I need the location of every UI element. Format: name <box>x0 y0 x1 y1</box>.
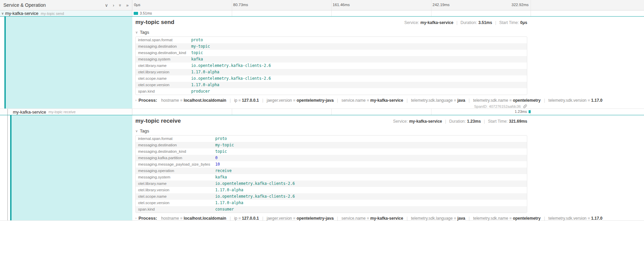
tag-key: otel.scope.version <box>136 82 189 88</box>
gridline <box>331 109 332 115</box>
process-key: hostname <box>161 98 183 103</box>
span-row: my-kafka-service my-topic receive 1.23ms <box>0 109 644 115</box>
collapse-one-icon[interactable]: ∨ <box>105 3 108 7</box>
span-id-row: SpanID: 407276152aafdc36 <box>135 104 527 108</box>
timeline-header: Service & Operation ∨ › » » 0μs 80.73ms … <box>0 0 644 10</box>
process-key: telemetry.sdk.language <box>411 98 458 103</box>
process-item: telemetry.sdk.nameopentelemetry <box>465 216 541 221</box>
tag-row: messaging.destination_kindtopic <box>136 50 527 56</box>
service-label: Service: <box>404 20 419 25</box>
process-item: service.namemy-kafka-service <box>334 216 403 221</box>
gridline <box>232 109 232 115</box>
detail-content: my-topic receive Service:my-kafka-servic… <box>132 115 644 220</box>
span-name-cell-receive[interactable]: my-kafka-service my-topic receive <box>0 109 132 115</box>
process-item: ip127.0.0.1 <box>226 216 259 221</box>
span-timeline-cell: 3.51ms <box>132 10 644 16</box>
span-bar-receive[interactable] <box>529 110 531 113</box>
span-duration-label: 3.51ms <box>140 11 152 15</box>
tag-row: internal.span.formatproto <box>136 136 527 142</box>
process-item: ip127.0.0.1 <box>226 98 259 103</box>
process-accordion-header[interactable]: › Process: hostnamelocalhost.localdomain… <box>135 215 527 221</box>
tag-value: io.opentelemetry.kafka-clients-2.6 <box>213 180 527 187</box>
process-item: telemetry.sdk.nameopentelemetry <box>465 98 541 103</box>
start-time-value: 0μs <box>520 20 527 25</box>
gridline <box>531 10 531 16</box>
process-item: hostnamelocalhost.localdomain <box>161 98 226 103</box>
process-value: opentelemetry-java <box>296 98 333 103</box>
process-item: telemetry.sdk.version1.17.0 <box>540 98 602 103</box>
duration-label: Duration: <box>461 20 477 25</box>
service-value: my-kafka-service <box>420 20 453 25</box>
tag-value: kafka <box>189 56 527 63</box>
tag-row: otel.scope.nameio.opentelemetry.kafka-cl… <box>136 75 527 82</box>
tag-key: otel.library.name <box>136 180 213 187</box>
tick-label: 161.46ms <box>333 3 350 7</box>
tag-value: topic <box>213 148 527 155</box>
ruler-gridline <box>232 0 232 10</box>
tag-key: otel.scope.version <box>136 200 213 206</box>
process-key: ip <box>234 98 242 103</box>
service-name: my-kafka-service <box>13 110 46 115</box>
span-name-cell-send[interactable]: ∨ my-kafka-service my-topic send <box>0 10 132 16</box>
gutter-fill <box>12 115 132 220</box>
process-key: jaeger.version <box>267 216 296 221</box>
tag-row: messaging.kafka.partition0 <box>136 155 527 161</box>
start-time-label: Start Time: <box>488 119 508 124</box>
service-operation-title: Service & Operation <box>3 2 46 8</box>
tag-key: messaging.destination <box>136 142 213 148</box>
tag-row: messaging.message_payload_size_bytes10 <box>136 161 527 168</box>
chevron-down-icon[interactable]: ∨ <box>1 11 4 15</box>
process-value: java <box>457 216 465 221</box>
tag-row: otel.scope.version1.17.0-alpha <box>136 200 527 206</box>
tick-label: 0μs <box>134 3 140 7</box>
tick-label: 80.73ms <box>233 3 248 7</box>
process-label: Process: <box>138 98 157 103</box>
timeline-ruler[interactable]: 0μs 80.73ms 161.46ms 242.19ms 322.92ms <box>132 0 644 10</box>
tag-key: messaging.destination_kind <box>136 50 189 56</box>
collapse-all-icon[interactable]: » <box>118 4 123 6</box>
gridline <box>232 10 232 16</box>
tags-accordion-header[interactable]: ∨ Tags <box>135 29 527 35</box>
service-name: my-kafka-service <box>5 11 38 16</box>
tag-row: messaging.destinationmy-topic <box>136 142 527 148</box>
tag-value: 10 <box>213 161 527 168</box>
expand-all-icon[interactable]: » <box>126 3 129 7</box>
process-item: telemetry.sdk.version1.17.0 <box>540 216 602 221</box>
process-key: hostname <box>161 216 183 221</box>
trace-timeline-view: Service & Operation ∨ › » » 0μs 80.73ms … <box>0 0 644 267</box>
process-key: telemetry.sdk.name <box>473 216 513 221</box>
gridline <box>431 109 431 115</box>
tag-value: io.opentelemetry.kafka-clients-2.6 <box>213 193 527 200</box>
process-value: 127.0.0.1 <box>242 216 259 221</box>
tag-key: span.kind <box>136 88 189 95</box>
tag-row: span.kindconsumer <box>136 206 527 213</box>
duration-value: 1.23ms <box>467 119 481 124</box>
tag-value: my-topic <box>213 142 527 148</box>
tag-row: messaging.destinationmy-topic <box>136 43 527 50</box>
process-value: my-kafka-service <box>370 98 403 103</box>
tag-key: messaging.destination <box>136 43 189 50</box>
tag-value: consumer <box>213 206 527 213</box>
tag-value: receive <box>213 168 527 174</box>
process-value: localhost.localdomain <box>184 216 226 221</box>
copy-link-icon[interactable] <box>523 104 527 108</box>
tag-row: messaging.systemkafka <box>136 56 527 63</box>
expand-one-icon[interactable]: › <box>113 3 114 7</box>
process-key: telemetry.sdk.name <box>473 98 513 103</box>
tag-key: messaging.system <box>136 174 213 180</box>
tag-row: otel.scope.version1.17.0-alpha <box>136 82 527 88</box>
tag-value: 1.17.0-alpha <box>213 187 527 193</box>
process-accordion-header[interactable]: › Process: hostnamelocalhost.localdomain… <box>135 97 527 103</box>
process-label: Process: <box>138 216 157 221</box>
process-value: java <box>457 98 465 103</box>
process-items: hostnamelocalhost.localdomain ip127.0.0.… <box>161 98 602 103</box>
span-id-label: SpanID: <box>474 104 488 108</box>
tag-value: proto <box>189 37 527 43</box>
process-key: telemetry.sdk.version <box>549 216 591 221</box>
tags-accordion-header[interactable]: ∨ Tags <box>135 128 527 134</box>
gutter-fill <box>6 17 132 108</box>
gridline <box>331 10 332 16</box>
span-id-value: 407276152aafdc36 <box>489 104 521 108</box>
span-row: ∨ my-kafka-service my-topic send 3.51ms <box>0 10 644 16</box>
span-bar-send[interactable] <box>134 12 138 15</box>
